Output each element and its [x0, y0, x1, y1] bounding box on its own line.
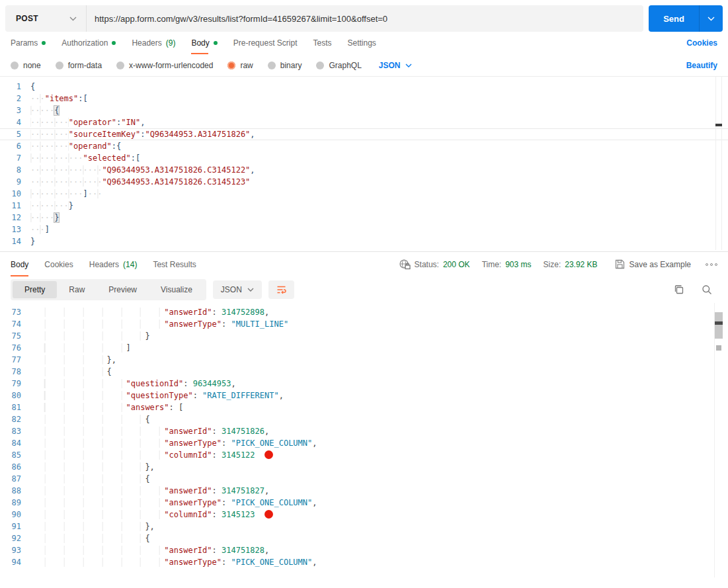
code-line: 88 "answerId": 314751827, — [0, 485, 728, 497]
indent-whitespace — [30, 522, 145, 531]
token-key: "columnId" — [164, 450, 212, 460]
beautify-link[interactable]: Beautify — [686, 61, 717, 70]
line-number: 75 — [0, 330, 30, 342]
body-mode-label: raw — [240, 61, 253, 70]
token-pun: { — [54, 106, 59, 115]
token-pun: , — [231, 379, 235, 388]
more-options-button[interactable] — [706, 263, 717, 266]
scrollbar-thumb[interactable] — [715, 312, 723, 339]
response-tab-body[interactable]: Body — [11, 252, 28, 276]
response-body-viewer[interactable]: 73 "answerId": 314752898,74 "answerType"… — [0, 303, 728, 577]
token-pun: , — [279, 391, 284, 400]
response-scrollbar[interactable] — [714, 303, 722, 577]
indent-whitespace — [30, 546, 164, 555]
method-selector[interactable]: POST — [5, 5, 86, 32]
token-num: 314751828 — [222, 546, 264, 555]
token-pun: } — [69, 201, 73, 210]
token-pun: { — [145, 474, 149, 483]
token-key: "operand" — [69, 142, 112, 151]
token-pun: { — [30, 82, 35, 91]
token-str: "PICK_ONE_COLUMN" — [231, 498, 312, 507]
tab-label: Tests — [313, 32, 331, 54]
token-str: "PICK_ONE_COLUMN" — [231, 558, 312, 567]
line-number: 84 — [0, 437, 30, 449]
request-language-label: JSON — [379, 61, 401, 70]
indent-whitespace: ··············· — [30, 165, 102, 175]
line-number: 89 — [0, 497, 30, 509]
view-pretty[interactable]: Pretty — [13, 281, 57, 298]
body-mode-row: noneform-datax-www-form-urlencodedrawbin… — [0, 54, 728, 77]
line-text: "columnId": 3145123 — [30, 509, 273, 521]
code-line: 10···········]··· — [0, 188, 728, 200]
token-str: "MULTI_LINE" — [231, 319, 288, 329]
code-line: 7···········"selected":[ — [0, 152, 728, 164]
indent-whitespace — [30, 474, 145, 483]
wrap-text-icon — [276, 285, 286, 294]
tab-label: Test Results — [153, 253, 196, 276]
response-tab-cookies[interactable]: Cookies — [44, 252, 73, 276]
body-mode-raw[interactable]: raw — [227, 61, 253, 70]
time-value: 903 ms — [505, 260, 531, 269]
view-preview[interactable]: Preview — [97, 281, 149, 298]
code-line: 75 } — [0, 330, 728, 342]
send-button[interactable]: Send — [649, 5, 723, 32]
body-mode-binary[interactable]: binary — [268, 61, 302, 70]
line-text: ] — [30, 342, 131, 354]
line-text: }, — [30, 521, 155, 532]
save-as-example-label: Save as Example — [629, 260, 691, 269]
indent-whitespace — [30, 534, 145, 543]
token-key: "answers" — [126, 403, 169, 412]
code-line: 74 "answerType": "MULTI_LINE" — [0, 318, 728, 330]
line-number: 11 — [0, 200, 30, 212]
token-pun: } — [145, 331, 149, 341]
view-raw[interactable]: Raw — [57, 281, 97, 298]
indent-whitespace — [30, 498, 164, 507]
tab-label: Headers — [132, 32, 161, 54]
line-text: "answerType": "PICK_ONE_COLUMN", — [30, 497, 317, 509]
request-body-editor[interactable]: 1{2···"items":[3·····{4········"operator… — [0, 77, 728, 250]
modified-dot-icon — [214, 41, 218, 45]
code-line: 85 "columnId": 3145122 — [0, 449, 728, 461]
indent-whitespace — [30, 331, 145, 341]
tab-settings[interactable]: Settings — [348, 32, 376, 54]
tab-tests[interactable]: Tests — [313, 32, 331, 54]
url-input[interactable] — [87, 5, 643, 32]
tab-pre-request-script[interactable]: Pre-request Script — [233, 32, 298, 54]
token-pun: : [ — [169, 403, 184, 412]
line-text: ···] — [30, 224, 50, 235]
tab-params[interactable]: Params — [11, 32, 46, 54]
body-mode-form-data[interactable]: form-data — [56, 61, 102, 70]
tab-headers[interactable]: Headers(9) — [132, 32, 175, 54]
code-line: 77 }, — [0, 354, 728, 366]
response-language-select[interactable]: JSON — [213, 280, 262, 299]
tab-authorization[interactable]: Authorization — [61, 32, 116, 54]
save-as-example-button[interactable]: Save as Example — [615, 259, 691, 269]
body-mode-none[interactable]: none — [11, 61, 41, 70]
line-text: "answerId": 314751827, — [30, 485, 269, 497]
view-visualize[interactable]: Visualize — [149, 281, 204, 298]
response-tab-test-results[interactable]: Test Results — [153, 252, 196, 276]
token-pun: { — [145, 534, 149, 543]
body-mode-x-www-form-urlencoded[interactable]: x-www-form-urlencoded — [116, 61, 213, 70]
token-pun: , — [312, 558, 317, 567]
line-number: 87 — [0, 473, 30, 485]
request-language-select[interactable]: JSON — [379, 61, 412, 70]
response-tab-headers[interactable]: Headers(14) — [89, 252, 138, 276]
copy-response-button[interactable] — [674, 284, 684, 295]
network-info-icon[interactable] — [399, 259, 411, 270]
request-editor-scrollbar[interactable] — [715, 77, 722, 250]
wrap-lines-button[interactable] — [268, 280, 294, 299]
annotation-red-dot-icon — [264, 510, 273, 519]
code-line: 8···············"Q96344953.A314751826.C3… — [0, 164, 728, 176]
tab-body[interactable]: Body — [191, 32, 217, 54]
cookies-link[interactable]: Cookies — [686, 38, 717, 48]
code-line: 86 }, — [0, 461, 728, 473]
token-pun: : — [212, 308, 222, 317]
body-mode-graphql[interactable]: GraphQL — [316, 61, 361, 70]
token-pun: , — [312, 439, 317, 448]
code-line: 79 "questionId": 96344953, — [0, 378, 728, 390]
line-text: }, — [30, 354, 116, 366]
search-response-button[interactable] — [702, 284, 712, 295]
indent-whitespace — [30, 367, 107, 376]
send-options-caret[interactable] — [699, 5, 723, 32]
